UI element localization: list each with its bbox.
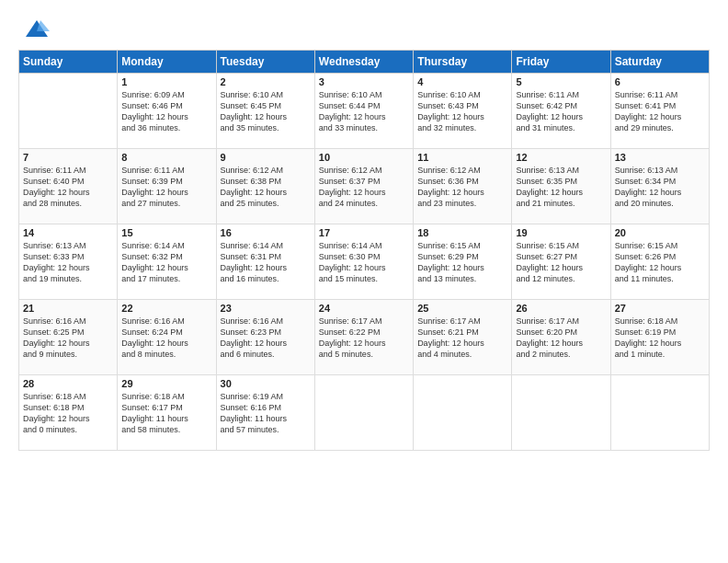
week-row-3: 14Sunrise: 6:13 AM Sunset: 6:33 PM Dayli… — [19, 224, 710, 300]
week-row-5: 28Sunrise: 6:18 AM Sunset: 6:18 PM Dayli… — [19, 375, 710, 451]
logo — [18, 17, 50, 42]
calendar-cell: 18Sunrise: 6:15 AM Sunset: 6:29 PM Dayli… — [414, 224, 512, 300]
calendar-cell: 25Sunrise: 6:17 AM Sunset: 6:21 PM Dayli… — [414, 300, 512, 375]
day-info: Sunrise: 6:12 AM Sunset: 6:38 PM Dayligh… — [221, 165, 311, 210]
day-number: 21 — [23, 303, 113, 314]
svg-marker-1 — [37, 20, 50, 31]
day-number: 23 — [221, 303, 311, 314]
day-info: Sunrise: 6:16 AM Sunset: 6:24 PM Dayligh… — [121, 316, 211, 361]
day-info: Sunrise: 6:13 AM Sunset: 6:33 PM Dayligh… — [23, 240, 113, 285]
calendar-cell: 2Sunrise: 6:10 AM Sunset: 6:45 PM Daylig… — [216, 74, 314, 149]
calendar-cell: 30Sunrise: 6:19 AM Sunset: 6:16 PM Dayli… — [216, 375, 314, 451]
calendar-cell: 9Sunrise: 6:12 AM Sunset: 6:38 PM Daylig… — [216, 149, 314, 224]
calendar-cell: 27Sunrise: 6:18 AM Sunset: 6:19 PM Dayli… — [610, 300, 709, 375]
day-number: 30 — [221, 378, 311, 389]
calendar-cell: 4Sunrise: 6:10 AM Sunset: 6:43 PM Daylig… — [414, 74, 512, 149]
day-number: 3 — [319, 76, 409, 87]
day-number: 6 — [615, 76, 705, 87]
day-info: Sunrise: 6:19 AM Sunset: 6:16 PM Dayligh… — [221, 391, 311, 436]
day-info: Sunrise: 6:15 AM Sunset: 6:26 PM Dayligh… — [615, 240, 705, 285]
day-number: 8 — [121, 152, 211, 163]
calendar-cell: 1Sunrise: 6:09 AM Sunset: 6:46 PM Daylig… — [118, 74, 216, 149]
calendar-cell: 11Sunrise: 6:12 AM Sunset: 6:36 PM Dayli… — [414, 149, 512, 224]
day-info: Sunrise: 6:17 AM Sunset: 6:22 PM Dayligh… — [319, 316, 409, 361]
day-info: Sunrise: 6:17 AM Sunset: 6:21 PM Dayligh… — [417, 316, 507, 361]
day-number: 11 — [417, 152, 507, 163]
day-number: 20 — [615, 227, 705, 238]
day-number: 18 — [417, 227, 507, 238]
day-number: 12 — [516, 152, 606, 163]
calendar-cell: 21Sunrise: 6:16 AM Sunset: 6:25 PM Dayli… — [19, 300, 118, 375]
calendar-cell: 23Sunrise: 6:16 AM Sunset: 6:23 PM Dayli… — [216, 300, 314, 375]
day-info: Sunrise: 6:11 AM Sunset: 6:42 PM Dayligh… — [516, 89, 606, 134]
day-number: 29 — [121, 378, 211, 389]
header — [18, 17, 710, 42]
day-number: 10 — [319, 152, 409, 163]
day-number: 14 — [23, 227, 113, 238]
day-info: Sunrise: 6:16 AM Sunset: 6:25 PM Dayligh… — [23, 316, 113, 361]
day-number: 19 — [516, 227, 606, 238]
day-info: Sunrise: 6:17 AM Sunset: 6:20 PM Dayligh… — [516, 316, 606, 361]
weekday-header-row: SundayMondayTuesdayWednesdayThursdayFrid… — [19, 51, 710, 74]
weekday-header-saturday: Saturday — [610, 51, 709, 74]
calendar-cell: 5Sunrise: 6:11 AM Sunset: 6:42 PM Daylig… — [512, 74, 610, 149]
weekday-header-tuesday: Tuesday — [216, 51, 314, 74]
calendar-cell: 14Sunrise: 6:13 AM Sunset: 6:33 PM Dayli… — [19, 224, 118, 300]
day-number: 28 — [23, 378, 113, 389]
day-number: 25 — [417, 303, 507, 314]
day-info: Sunrise: 6:12 AM Sunset: 6:37 PM Dayligh… — [319, 165, 409, 210]
day-info: Sunrise: 6:12 AM Sunset: 6:36 PM Dayligh… — [417, 165, 507, 210]
calendar-cell — [19, 74, 118, 149]
day-info: Sunrise: 6:18 AM Sunset: 6:19 PM Dayligh… — [615, 316, 705, 361]
calendar-cell — [414, 375, 512, 451]
day-number: 27 — [615, 303, 705, 314]
day-info: Sunrise: 6:09 AM Sunset: 6:46 PM Dayligh… — [121, 89, 211, 134]
calendar-cell: 15Sunrise: 6:14 AM Sunset: 6:32 PM Dayli… — [118, 224, 216, 300]
calendar-table: SundayMondayTuesdayWednesdayThursdayFrid… — [18, 50, 710, 451]
day-info: Sunrise: 6:11 AM Sunset: 6:39 PM Dayligh… — [121, 165, 211, 210]
week-row-4: 21Sunrise: 6:16 AM Sunset: 6:25 PM Dayli… — [19, 300, 710, 375]
calendar-cell: 17Sunrise: 6:14 AM Sunset: 6:30 PM Dayli… — [314, 224, 413, 300]
day-number: 26 — [516, 303, 606, 314]
weekday-header-thursday: Thursday — [414, 51, 512, 74]
calendar-cell: 20Sunrise: 6:15 AM Sunset: 6:26 PM Dayli… — [610, 224, 709, 300]
day-number: 17 — [319, 227, 409, 238]
day-info: Sunrise: 6:10 AM Sunset: 6:45 PM Dayligh… — [221, 89, 311, 134]
calendar-cell — [512, 375, 610, 451]
day-number: 5 — [516, 76, 606, 87]
calendar-cell: 8Sunrise: 6:11 AM Sunset: 6:39 PM Daylig… — [118, 149, 216, 224]
day-info: Sunrise: 6:18 AM Sunset: 6:17 PM Dayligh… — [121, 391, 211, 436]
day-info: Sunrise: 6:11 AM Sunset: 6:40 PM Dayligh… — [23, 165, 113, 210]
day-info: Sunrise: 6:14 AM Sunset: 6:31 PM Dayligh… — [221, 240, 311, 285]
day-number: 22 — [121, 303, 211, 314]
calendar-cell: 13Sunrise: 6:13 AM Sunset: 6:34 PM Dayli… — [610, 149, 709, 224]
day-number: 2 — [221, 76, 311, 87]
day-info: Sunrise: 6:10 AM Sunset: 6:44 PM Dayligh… — [319, 89, 409, 134]
day-number: 9 — [221, 152, 311, 163]
calendar-cell: 29Sunrise: 6:18 AM Sunset: 6:17 PM Dayli… — [118, 375, 216, 451]
day-number: 4 — [417, 76, 507, 87]
day-number: 16 — [221, 227, 311, 238]
day-number: 13 — [615, 152, 705, 163]
day-number: 15 — [121, 227, 211, 238]
calendar-cell: 28Sunrise: 6:18 AM Sunset: 6:18 PM Dayli… — [19, 375, 118, 451]
day-number: 7 — [23, 152, 113, 163]
week-row-1: 1Sunrise: 6:09 AM Sunset: 6:46 PM Daylig… — [19, 74, 710, 149]
day-info: Sunrise: 6:14 AM Sunset: 6:30 PM Dayligh… — [319, 240, 409, 285]
calendar-cell: 22Sunrise: 6:16 AM Sunset: 6:24 PM Dayli… — [118, 300, 216, 375]
weekday-header-friday: Friday — [512, 51, 610, 74]
day-info: Sunrise: 6:14 AM Sunset: 6:32 PM Dayligh… — [121, 240, 211, 285]
day-info: Sunrise: 6:15 AM Sunset: 6:27 PM Dayligh… — [516, 240, 606, 285]
calendar-cell: 3Sunrise: 6:10 AM Sunset: 6:44 PM Daylig… — [314, 74, 413, 149]
calendar-cell: 12Sunrise: 6:13 AM Sunset: 6:35 PM Dayli… — [512, 149, 610, 224]
day-info: Sunrise: 6:11 AM Sunset: 6:41 PM Dayligh… — [615, 89, 705, 134]
logo-icon — [24, 17, 50, 42]
day-info: Sunrise: 6:16 AM Sunset: 6:23 PM Dayligh… — [221, 316, 311, 361]
calendar-cell — [610, 375, 709, 451]
weekday-header-wednesday: Wednesday — [314, 51, 413, 74]
weekday-header-monday: Monday — [118, 51, 216, 74]
day-number: 1 — [121, 76, 211, 87]
calendar-cell: 10Sunrise: 6:12 AM Sunset: 6:37 PM Dayli… — [314, 149, 413, 224]
calendar-cell: 6Sunrise: 6:11 AM Sunset: 6:41 PM Daylig… — [610, 74, 709, 149]
weekday-header-sunday: Sunday — [19, 51, 118, 74]
